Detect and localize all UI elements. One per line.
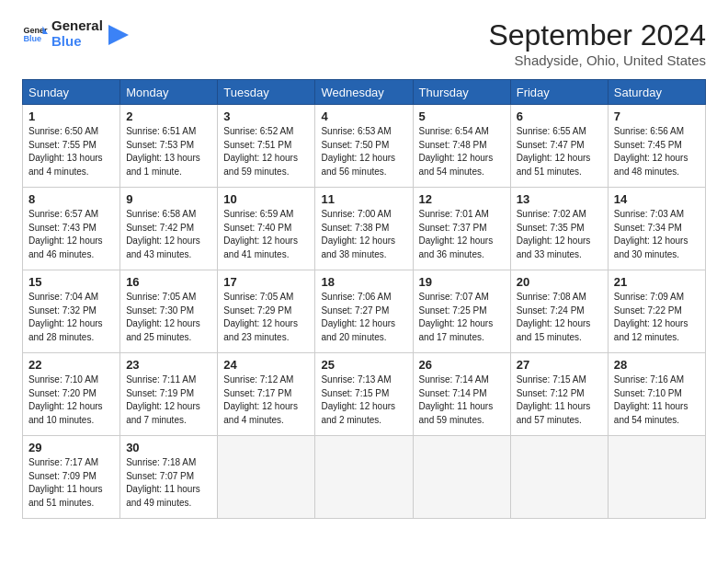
day-number: 19 <box>419 275 505 289</box>
calendar-cell <box>315 436 413 519</box>
day-number: 10 <box>223 192 309 206</box>
day-number: 11 <box>321 192 406 206</box>
day-number: 21 <box>614 275 700 289</box>
day-number: 2 <box>126 109 211 123</box>
calendar-cell: 10Sunrise: 6:59 AM Sunset: 7:40 PM Dayli… <box>218 188 315 270</box>
day-detail: Sunrise: 6:56 AM Sunset: 7:45 PM Dayligh… <box>614 125 700 178</box>
svg-text:Blue: Blue <box>23 34 41 43</box>
calendar-cell: 16Sunrise: 7:05 AM Sunset: 7:30 PM Dayli… <box>120 270 218 353</box>
day-detail: Sunrise: 7:17 AM Sunset: 7:09 PM Dayligh… <box>28 456 114 510</box>
day-detail: Sunrise: 6:57 AM Sunset: 7:43 PM Dayligh… <box>28 208 114 261</box>
day-number: 18 <box>321 275 406 289</box>
header-tuesday: Tuesday <box>218 80 315 105</box>
calendar-cell: 19Sunrise: 7:07 AM Sunset: 7:25 PM Dayli… <box>413 270 510 353</box>
day-detail: Sunrise: 6:54 AM Sunset: 7:48 PM Dayligh… <box>419 125 505 178</box>
calendar-cell: 23Sunrise: 7:11 AM Sunset: 7:19 PM Dayli… <box>120 353 218 436</box>
logo-blue: Blue <box>51 34 103 50</box>
title-area: September 2024 Shadyside, Ohio, United S… <box>488 18 706 68</box>
day-detail: Sunrise: 7:01 AM Sunset: 7:37 PM Dayligh… <box>419 208 505 261</box>
calendar-cell: 26Sunrise: 7:14 AM Sunset: 7:14 PM Dayli… <box>413 353 510 436</box>
calendar-cell: 11Sunrise: 7:00 AM Sunset: 7:38 PM Dayli… <box>315 188 413 270</box>
day-number: 14 <box>614 192 700 206</box>
day-detail: Sunrise: 7:11 AM Sunset: 7:19 PM Dayligh… <box>126 373 211 427</box>
header-friday: Friday <box>510 80 608 105</box>
calendar-cell: 29Sunrise: 7:17 AM Sunset: 7:09 PM Dayli… <box>23 436 120 519</box>
day-number: 23 <box>126 358 211 372</box>
calendar-week-row: 1Sunrise: 6:50 AM Sunset: 7:55 PM Daylig… <box>23 105 706 188</box>
calendar-subtitle: Shadyside, Ohio, United States <box>488 52 706 68</box>
calendar-cell: 7Sunrise: 6:56 AM Sunset: 7:45 PM Daylig… <box>608 105 705 188</box>
day-detail: Sunrise: 7:18 AM Sunset: 7:07 PM Dayligh… <box>126 456 211 510</box>
calendar-header-row: SundayMondayTuesdayWednesdayThursdayFrid… <box>23 80 706 105</box>
calendar-cell: 13Sunrise: 7:02 AM Sunset: 7:35 PM Dayli… <box>510 188 608 270</box>
calendar-cell: 22Sunrise: 7:10 AM Sunset: 7:20 PM Dayli… <box>23 353 120 436</box>
header-thursday: Thursday <box>413 80 510 105</box>
day-detail: Sunrise: 7:05 AM Sunset: 7:29 PM Dayligh… <box>223 291 309 344</box>
calendar-cell: 6Sunrise: 6:55 AM Sunset: 7:47 PM Daylig… <box>510 105 608 188</box>
day-detail: Sunrise: 7:07 AM Sunset: 7:25 PM Dayligh… <box>419 291 505 344</box>
day-number: 7 <box>614 109 700 123</box>
day-detail: Sunrise: 7:08 AM Sunset: 7:24 PM Dayligh… <box>517 291 602 344</box>
day-detail: Sunrise: 7:12 AM Sunset: 7:17 PM Dayligh… <box>223 373 309 427</box>
day-number: 13 <box>517 192 602 206</box>
day-number: 26 <box>419 358 505 372</box>
calendar-cell <box>413 436 510 519</box>
calendar-cell: 30Sunrise: 7:18 AM Sunset: 7:07 PM Dayli… <box>120 436 218 519</box>
header: General Blue General Blue September 2024… <box>22 18 706 68</box>
day-number: 17 <box>223 275 309 289</box>
day-detail: Sunrise: 6:52 AM Sunset: 7:51 PM Dayligh… <box>223 125 309 178</box>
day-number: 5 <box>419 109 505 123</box>
day-number: 27 <box>517 358 602 372</box>
day-number: 9 <box>126 192 211 206</box>
calendar-cell: 20Sunrise: 7:08 AM Sunset: 7:24 PM Dayli… <box>510 270 608 353</box>
header-sunday: Sunday <box>23 80 120 105</box>
calendar-cell: 24Sunrise: 7:12 AM Sunset: 7:17 PM Dayli… <box>218 353 315 436</box>
calendar-week-row: 22Sunrise: 7:10 AM Sunset: 7:20 PM Dayli… <box>23 353 706 436</box>
calendar-cell: 4Sunrise: 6:53 AM Sunset: 7:50 PM Daylig… <box>315 105 413 188</box>
calendar-week-row: 15Sunrise: 7:04 AM Sunset: 7:32 PM Dayli… <box>23 270 706 353</box>
calendar-cell <box>218 436 315 519</box>
logo-arrow-icon <box>108 25 129 45</box>
day-number: 12 <box>419 192 505 206</box>
calendar-cell: 14Sunrise: 7:03 AM Sunset: 7:34 PM Dayli… <box>608 188 705 270</box>
day-number: 4 <box>321 109 406 123</box>
calendar-cell: 9Sunrise: 6:58 AM Sunset: 7:42 PM Daylig… <box>120 188 218 270</box>
calendar-cell: 18Sunrise: 7:06 AM Sunset: 7:27 PM Dayli… <box>315 270 413 353</box>
calendar-cell: 25Sunrise: 7:13 AM Sunset: 7:15 PM Dayli… <box>315 353 413 436</box>
calendar-title: September 2024 <box>488 18 706 52</box>
calendar-cell: 1Sunrise: 6:50 AM Sunset: 7:55 PM Daylig… <box>23 105 120 188</box>
day-detail: Sunrise: 7:06 AM Sunset: 7:27 PM Dayligh… <box>321 291 406 344</box>
day-number: 28 <box>614 358 700 372</box>
calendar-cell: 12Sunrise: 7:01 AM Sunset: 7:37 PM Dayli… <box>413 188 510 270</box>
day-number: 24 <box>223 358 309 372</box>
day-detail: Sunrise: 6:50 AM Sunset: 7:55 PM Dayligh… <box>28 125 114 178</box>
day-detail: Sunrise: 7:15 AM Sunset: 7:12 PM Dayligh… <box>517 373 602 427</box>
calendar-table: SundayMondayTuesdayWednesdayThursdayFrid… <box>22 79 706 519</box>
day-number: 29 <box>28 441 114 454</box>
svg-marker-3 <box>108 25 129 45</box>
calendar-cell: 15Sunrise: 7:04 AM Sunset: 7:32 PM Dayli… <box>23 270 120 353</box>
day-detail: Sunrise: 7:04 AM Sunset: 7:32 PM Dayligh… <box>28 291 114 344</box>
day-number: 20 <box>517 275 602 289</box>
day-detail: Sunrise: 7:14 AM Sunset: 7:14 PM Dayligh… <box>419 373 505 427</box>
day-number: 30 <box>126 441 211 454</box>
logo-icon: General Blue <box>22 21 48 47</box>
calendar-cell: 27Sunrise: 7:15 AM Sunset: 7:12 PM Dayli… <box>510 353 608 436</box>
header-wednesday: Wednesday <box>315 80 413 105</box>
day-detail: Sunrise: 7:00 AM Sunset: 7:38 PM Dayligh… <box>321 208 406 261</box>
calendar-cell <box>510 436 608 519</box>
day-detail: Sunrise: 6:55 AM Sunset: 7:47 PM Dayligh… <box>517 125 602 178</box>
day-detail: Sunrise: 7:03 AM Sunset: 7:34 PM Dayligh… <box>614 208 700 261</box>
day-number: 25 <box>321 358 406 372</box>
day-number: 6 <box>517 109 602 123</box>
calendar-cell: 2Sunrise: 6:51 AM Sunset: 7:53 PM Daylig… <box>120 105 218 188</box>
logo: General Blue General Blue <box>22 18 129 49</box>
calendar-week-row: 8Sunrise: 6:57 AM Sunset: 7:43 PM Daylig… <box>23 188 706 270</box>
calendar-cell: 21Sunrise: 7:09 AM Sunset: 7:22 PM Dayli… <box>608 270 705 353</box>
day-detail: Sunrise: 6:59 AM Sunset: 7:40 PM Dayligh… <box>223 208 309 261</box>
day-number: 22 <box>28 358 114 372</box>
day-number: 1 <box>28 109 114 123</box>
day-number: 16 <box>126 275 211 289</box>
calendar-week-row: 29Sunrise: 7:17 AM Sunset: 7:09 PM Dayli… <box>23 436 706 519</box>
calendar-cell: 28Sunrise: 7:16 AM Sunset: 7:10 PM Dayli… <box>608 353 705 436</box>
